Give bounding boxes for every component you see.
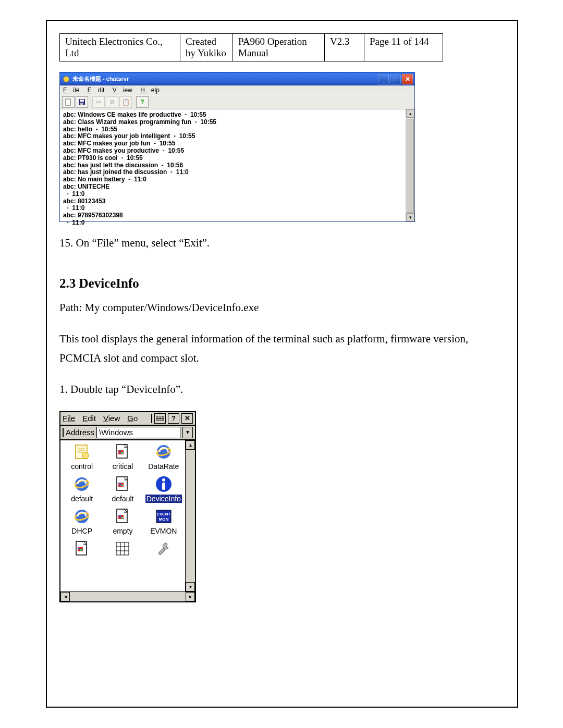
scroll-down-icon[interactable]: ▾	[406, 213, 414, 221]
ce-help-button[interactable]: ?	[168, 413, 179, 424]
svg-rect-4	[80, 103, 83, 105]
scroll-up-icon[interactable]: ▴	[186, 440, 195, 450]
menu-view[interactable]: View	[113, 87, 132, 94]
file-item-default[interactable]: default	[63, 475, 101, 503]
chatsrvr-window: 未命名標題 - chatsrvr _ □ ✕ File Edit View He…	[59, 72, 415, 222]
vertical-scrollbar[interactable]: ▴ ▾	[406, 109, 414, 221]
save-button[interactable]	[76, 96, 88, 108]
file-item-critical[interactable]: critical	[104, 442, 141, 471]
app-icon	[62, 75, 70, 83]
toolbar: ✂ ⧉ 📋 ?	[60, 95, 414, 109]
path-text: Path: My computer/Windows/DeviceInfo.exe	[59, 298, 505, 318]
step-15: 15. On “File” menu, select “Exit”.	[59, 233, 505, 253]
file-caption: DeviceInfo	[145, 495, 182, 503]
paste-button[interactable]: 📋	[119, 96, 132, 108]
chat-log: abc: Windows CE makes life productive - …	[60, 109, 406, 221]
file-item-blank[interactable]	[63, 539, 101, 567]
svg-text:MON: MON	[158, 517, 168, 522]
ie-icon	[154, 442, 173, 461]
address-dropdown[interactable]: ▼	[182, 427, 193, 438]
file-item-EVMON[interactable]: EVENTMONEVMON	[145, 507, 182, 535]
file-caption: DataRate	[148, 462, 179, 471]
file-item-DHCP[interactable]: DHCP	[63, 507, 101, 535]
ce-close-button[interactable]: ✕	[181, 413, 193, 424]
address-bar: Address \Windows ▼	[60, 426, 195, 440]
svg-rect-29	[162, 483, 165, 490]
file-item-control[interactable]: control	[63, 442, 101, 471]
cut-button[interactable]: ✂	[92, 96, 105, 108]
ie-icon	[72, 507, 91, 526]
copy-button[interactable]: ⧉	[106, 96, 118, 108]
svg-point-28	[162, 478, 165, 482]
menubar: File Edit View Help	[60, 85, 414, 95]
file-item-default[interactable]: default	[104, 475, 141, 503]
svg-rect-18	[121, 452, 123, 454]
svg-rect-17	[119, 451, 121, 452]
script-icon	[72, 442, 91, 461]
file-item-DeviceInfo[interactable]: DeviceInfo	[145, 475, 182, 503]
file-caption: empty	[113, 527, 132, 535]
file-grid: controlcriticalDataRatedefaultdefaultDev…	[60, 440, 185, 591]
file-item-blank[interactable]	[145, 539, 182, 567]
hdr-created: Createdby Yukiko	[180, 34, 233, 61]
svg-rect-41	[78, 548, 80, 549]
hdr-version: V2.3	[325, 34, 364, 61]
description-text: This tool displays the general informati…	[59, 329, 505, 369]
hdr-company: Unitech Electronics Co., Ltd	[60, 34, 180, 61]
hdr-page: Page 11 of 144	[364, 34, 443, 61]
svg-rect-1	[66, 99, 70, 105]
hdr-manual: PA960 OperationManual	[233, 34, 325, 61]
svg-rect-35	[121, 517, 123, 519]
svg-rect-34	[119, 515, 121, 517]
file-item-DataRate[interactable]: DataRate	[145, 442, 182, 471]
ce-horizontal-scrollbar[interactable]: ◂ ▸	[60, 591, 195, 601]
explorer-window: File Edit View Go ? ✕ Address \Windows ▼…	[59, 411, 196, 602]
scroll-thumb[interactable]	[407, 119, 414, 213]
maximize-button[interactable]: □	[390, 74, 401, 84]
doc-icon	[72, 539, 91, 558]
header-table: Unitech Electronics Co., Ltd Createdby Y…	[59, 33, 443, 61]
svg-rect-25	[119, 483, 121, 485]
svg-rect-26	[121, 485, 123, 486]
ce-vertical-scrollbar[interactable]: ▴ ▾	[185, 440, 195, 591]
menu-edit[interactable]: Edit	[88, 87, 105, 94]
ce-menu-edit[interactable]: Edit	[82, 414, 96, 423]
new-button[interactable]	[62, 96, 75, 108]
file-caption: default	[71, 495, 93, 503]
ce-menu-go[interactable]: Go	[127, 414, 138, 423]
info-icon	[154, 475, 173, 493]
titlebar[interactable]: 未命名標題 - chatsrvr _ □ ✕	[60, 72, 414, 85]
doc-icon	[113, 475, 132, 493]
scroll-right-icon[interactable]: ▸	[186, 592, 195, 601]
ie-icon	[72, 475, 91, 493]
doc-icon	[113, 442, 132, 461]
address-label: Address	[66, 428, 94, 437]
scroll-down-icon[interactable]: ▾	[186, 582, 195, 591]
wrench-icon	[154, 539, 173, 558]
file-item-blank[interactable]	[104, 539, 141, 567]
menu-file[interactable]: File	[63, 87, 79, 94]
address-input[interactable]: \Windows	[96, 427, 180, 438]
doc-icon	[113, 507, 132, 526]
svg-rect-48	[158, 548, 165, 555]
file-caption: critical	[113, 462, 133, 471]
section-heading: 2.3 DeviceInfo	[59, 276, 505, 291]
svg-rect-3	[80, 100, 84, 102]
minimize-button[interactable]: _	[378, 74, 389, 84]
scroll-up-icon[interactable]: ▴	[406, 109, 414, 118]
menu-help[interactable]: Help	[140, 87, 160, 94]
svg-text:EVENT: EVENT	[156, 512, 170, 516]
grid-icon	[113, 539, 132, 558]
file-item-empty[interactable]: empty	[104, 507, 141, 535]
title-text: 未命名標題 - chatsrvr	[72, 75, 129, 83]
ce-menu-file[interactable]: File	[63, 414, 75, 423]
svg-rect-42	[80, 549, 82, 551]
file-caption: default	[112, 495, 133, 503]
svg-rect-43	[116, 542, 129, 555]
close-button[interactable]: ✕	[402, 74, 413, 84]
scroll-left-icon[interactable]: ◂	[60, 592, 70, 601]
help-button[interactable]: ?	[136, 96, 149, 108]
svg-point-14	[82, 452, 89, 459]
keyboard-icon[interactable]	[154, 413, 166, 424]
ce-menu-view[interactable]: View	[103, 414, 120, 423]
